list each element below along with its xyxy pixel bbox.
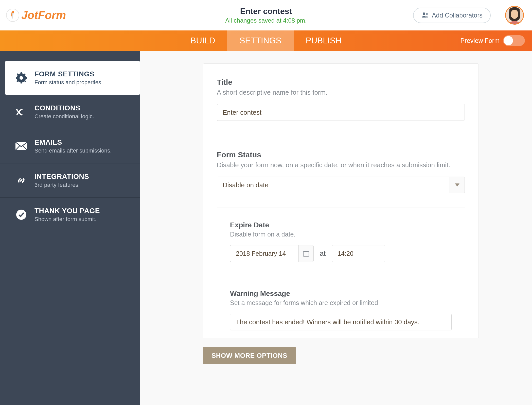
add-collaborators-button[interactable]: Add Collaborators bbox=[413, 8, 491, 23]
body: FORM SETTINGS Form status and properties… bbox=[0, 51, 532, 405]
main: Title A short descriptive name for this … bbox=[140, 51, 532, 405]
svg-rect-6 bbox=[21, 81, 22, 83]
sidebar-item-desc: 3rd party features. bbox=[34, 182, 131, 188]
envelope-icon bbox=[15, 140, 27, 152]
avatar[interactable] bbox=[505, 6, 524, 25]
divider bbox=[498, 4, 498, 27]
preview-form-wrap: Preview Form bbox=[460, 35, 525, 46]
sidebar-item-label: THANK YOU PAGE bbox=[34, 207, 131, 215]
warning-desc: Set a message for forms which are expire… bbox=[230, 299, 465, 307]
svg-point-4 bbox=[20, 76, 23, 80]
navbar: BUILD SETTINGS PUBLISH Preview Form bbox=[0, 30, 532, 51]
link-icon bbox=[15, 174, 27, 187]
expire-date-input[interactable] bbox=[230, 245, 298, 262]
form-status-section: Form Status Disable your form now, on a … bbox=[203, 136, 478, 338]
warning-section: Warning Message Set a message for forms … bbox=[217, 276, 465, 335]
toggle-knob bbox=[504, 36, 513, 45]
form-status-select[interactable]: Disable on date bbox=[217, 177, 465, 193]
nav-tabs: BUILD SETTINGS PUBLISH bbox=[178, 30, 353, 51]
form-status-desc: Disable your form now, on a specific dat… bbox=[217, 161, 465, 169]
svg-rect-8 bbox=[25, 77, 27, 79]
sidebar: FORM SETTINGS Form status and properties… bbox=[0, 51, 140, 405]
title-desc: A short descriptive name for this form. bbox=[217, 89, 465, 96]
at-label: at bbox=[320, 249, 326, 258]
page-title: Enter contest bbox=[225, 7, 307, 16]
svg-marker-14 bbox=[21, 114, 23, 116]
tab-build[interactable]: BUILD bbox=[178, 30, 227, 51]
header: JotForm Enter contest All changes saved … bbox=[0, 0, 532, 30]
tab-publish[interactable]: PUBLISH bbox=[294, 30, 354, 51]
warning-input[interactable] bbox=[230, 314, 452, 330]
sidebar-item-desc: Create conditional logic. bbox=[34, 113, 131, 120]
calendar-icon[interactable] bbox=[298, 245, 314, 262]
expire-desc: Disable form on a date. bbox=[230, 231, 465, 238]
svg-point-1 bbox=[426, 13, 428, 15]
svg-marker-13 bbox=[21, 109, 23, 111]
sidebar-item-label: FORM SETTINGS bbox=[34, 70, 131, 78]
title-label: Title bbox=[217, 78, 465, 87]
svg-rect-5 bbox=[21, 72, 22, 74]
gear-icon bbox=[15, 72, 27, 84]
tab-settings[interactable]: SETTINGS bbox=[227, 30, 293, 51]
conditions-icon bbox=[15, 106, 27, 118]
sidebar-item-emails[interactable]: EMAILS Send emails after submissions. bbox=[0, 129, 140, 163]
svg-marker-18 bbox=[455, 183, 459, 187]
sidebar-item-thank-you[interactable]: THANK YOU PAGE Shown after form submit. bbox=[0, 198, 140, 232]
expire-date-row: at bbox=[230, 245, 465, 262]
autosave-status: All changes saved at 4:08 pm. bbox=[225, 17, 307, 24]
sidebar-item-form-settings[interactable]: FORM SETTINGS Form status and properties… bbox=[5, 61, 140, 95]
sidebar-item-label: EMAILS bbox=[34, 138, 131, 146]
sidebar-item-desc: Shown after form submit. bbox=[34, 216, 131, 223]
logo[interactable]: JotForm bbox=[6, 9, 66, 22]
chevron-down-icon[interactable] bbox=[450, 177, 465, 193]
svg-rect-19 bbox=[303, 251, 309, 256]
header-center: Enter contest All changes saved at 4:08 … bbox=[225, 7, 307, 24]
expire-date-section: Expire Date Disable form on a date. bbox=[217, 208, 465, 262]
form-status-selected[interactable]: Disable on date bbox=[217, 177, 450, 193]
logo-text: JotForm bbox=[21, 9, 66, 22]
svg-rect-7 bbox=[16, 77, 18, 79]
svg-point-17 bbox=[16, 210, 26, 220]
expire-time-input[interactable] bbox=[332, 245, 385, 262]
preview-form-label: Preview Form bbox=[460, 37, 500, 44]
title-input[interactable] bbox=[217, 104, 465, 121]
sidebar-item-desc: Send emails after submissions. bbox=[34, 147, 131, 154]
collaborators-icon bbox=[421, 12, 429, 19]
show-more-button[interactable]: SHOW MORE OPTIONS bbox=[203, 347, 296, 364]
sidebar-item-label: INTEGRATIONS bbox=[34, 173, 131, 181]
logo-icon bbox=[6, 9, 19, 22]
sidebar-item-integrations[interactable]: INTEGRATIONS 3rd party features. bbox=[0, 163, 140, 198]
svg-point-2 bbox=[511, 10, 518, 19]
warning-label: Warning Message bbox=[230, 290, 465, 298]
sidebar-item-label: CONDITIONS bbox=[34, 104, 131, 112]
sidebar-item-desc: Form status and properties. bbox=[34, 79, 131, 86]
settings-card: Title A short descriptive name for this … bbox=[203, 63, 479, 338]
form-status-label: Form Status bbox=[217, 150, 465, 159]
check-circle-icon bbox=[15, 209, 27, 221]
preview-toggle[interactable] bbox=[503, 35, 525, 46]
collab-label: Add Collaborators bbox=[432, 12, 483, 19]
svg-point-0 bbox=[423, 12, 425, 15]
expire-date-group bbox=[230, 245, 314, 262]
title-section: Title A short descriptive name for this … bbox=[203, 64, 478, 136]
header-right: Add Collaborators bbox=[413, 4, 526, 27]
sidebar-item-conditions[interactable]: CONDITIONS Create conditional logic. bbox=[0, 95, 140, 129]
expire-label: Expire Date bbox=[230, 221, 465, 229]
